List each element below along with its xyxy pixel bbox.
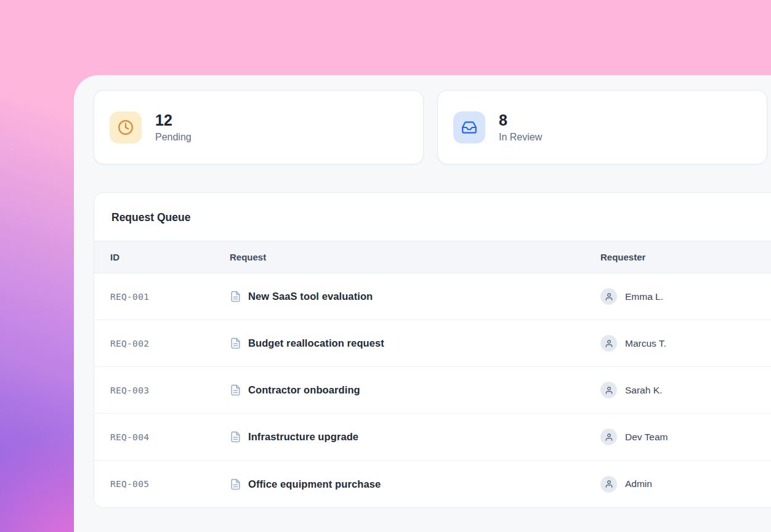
in-review-count: 8 (499, 111, 542, 129)
request-id: REQ-002 (94, 339, 230, 349)
request-title: Budget reallocation request (248, 337, 384, 349)
request-id: REQ-005 (94, 479, 230, 489)
file-text-icon (230, 384, 241, 396)
request-title: New SaaS tool evaluation (248, 291, 373, 302)
table-body: REQ-001 New SaaS tool evaluation Emma L. (94, 273, 771, 507)
requester-name: Emma L. (625, 291, 663, 302)
request-queue-card: Request Queue ID Request Requester REQ-0… (94, 192, 771, 508)
pending-label: Pending (155, 131, 192, 144)
column-header-id: ID (94, 252, 230, 262)
user-avatar-icon (600, 476, 617, 493)
column-header-request: Request (230, 252, 600, 262)
requester-name: Dev Team (625, 432, 668, 443)
file-text-icon (230, 478, 241, 490)
main-panel: 12 Pending 8 In Review Request Queue ID … (74, 75, 771, 532)
user-avatar-icon (600, 382, 617, 398)
user-avatar-icon (600, 288, 617, 305)
file-text-icon (230, 291, 241, 302)
requester-name: Sarah K. (625, 385, 662, 396)
inbox-icon (453, 111, 485, 143)
request-title: Office equipment purchase (248, 478, 381, 490)
clock-icon (110, 111, 142, 143)
user-avatar-icon (600, 335, 617, 352)
stats-row: 12 Pending 8 In Review (94, 90, 767, 164)
request-title: Contractor onboarding (248, 384, 360, 396)
requester-name: Marcus T. (625, 338, 666, 349)
request-id: REQ-003 (94, 385, 230, 395)
request-title: Infrastructure upgrade (248, 431, 358, 443)
table-row[interactable]: REQ-005 Office equipment purchase Admin (94, 461, 771, 507)
table-row[interactable]: REQ-001 New SaaS tool evaluation Emma L. (94, 273, 771, 320)
file-text-icon (230, 431, 241, 443)
file-text-icon (230, 337, 241, 349)
request-id: REQ-004 (94, 432, 230, 442)
table-title: Request Queue (94, 193, 771, 241)
pending-count: 12 (155, 111, 192, 129)
requester-name: Admin (625, 478, 652, 490)
table-row[interactable]: REQ-003 Contractor onboarding Sarah K. (94, 367, 771, 414)
stat-card-pending: 12 Pending (94, 90, 424, 164)
column-header-requester: Requester (600, 252, 771, 262)
request-id: REQ-001 (94, 292, 230, 302)
table-row[interactable]: REQ-004 Infrastructure upgrade Dev Team (94, 414, 771, 461)
user-avatar-icon (600, 429, 617, 445)
in-review-label: In Review (499, 131, 542, 144)
table-row[interactable]: REQ-002 Budget reallocation request Marc… (94, 320, 771, 367)
table-header-row: ID Request Requester (94, 241, 771, 273)
stat-card-in-review: 8 In Review (437, 90, 767, 164)
